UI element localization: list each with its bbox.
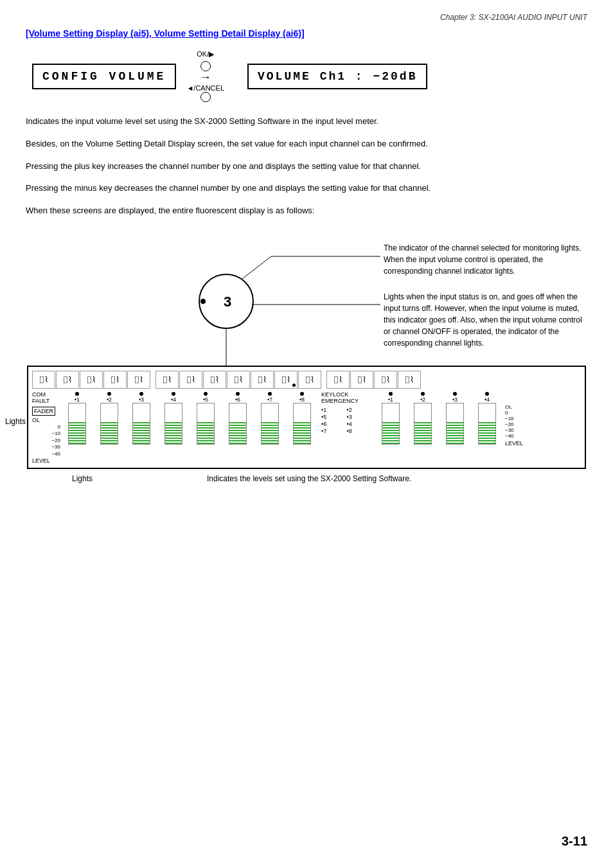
ch2-dot [107,392,111,396]
fault-label: FAULT [32,398,60,404]
channel-3: •3 [126,391,157,445]
ch-icon-10: ⌷⌇ [251,371,274,389]
top-icons-row: ⌷⌇ ⌷⌇ ⌷⌇ ⌷⌇ ⌷⌇ ⌷⌇ ⌷⌇ ⌷⌇ [32,371,581,389]
nav-circle-bottom [200,92,211,102]
ch-icon-13: ⌷⌇ [326,371,350,389]
rch2-label: •2 [420,396,425,403]
lights-side-label: Lights [5,417,26,426]
ch5-label: •5 [203,396,208,403]
level-left-label: LEVEL [32,457,60,464]
ch7-fader [261,403,279,445]
kl-ch7: •7 [321,428,346,434]
ch4-dot [172,392,175,396]
left-channels: •1 •2 •3 [62,391,317,445]
r-channel-1: •1 [375,391,406,445]
middle-section: COM FAULT FADER OL 0−10−20−30−40 LEVEL •… [32,391,581,464]
desc-line-1: Indicates the input volume level set usi… [26,115,587,128]
ch-icon-4: ⌷⌇ [103,371,127,389]
ch-icon-16: ⌷⌇ [398,371,421,389]
lcd-left: CONFIG VOLUME [32,64,176,89]
ch-icon-2: ⌷⌇ [56,371,79,389]
ch-icon-1: ⌷⌇ [32,371,55,389]
channel-8: •8 [287,391,317,445]
ol-right: OL [505,404,523,410]
when-text: When these screens are displayed, the en… [26,204,587,218]
ch2-fader [100,403,118,445]
right-channels: •1 •2 •3 [375,391,502,445]
emergency-label: EMERGENCY [321,398,371,404]
ok-label: OK/▶ [197,50,214,58]
ch4-fader [164,403,182,445]
chapter-header: Chapter 3: SX-2100AI AUDIO INPUT UNIT [26,13,587,22]
desc-line-4: Pressing the minus key decreases the cha… [26,182,587,195]
nav-circle-top [200,61,211,71]
ch6-dot [236,392,240,396]
channel-1: •1 [62,391,93,445]
fader-label-row: FADER [32,407,60,416]
rch2-fader [414,403,432,445]
kl-ch8: •8 [347,428,372,434]
rch4-dot [485,392,489,396]
r-channel-3: •3 [440,391,470,445]
ch-icon-8: ⌷⌇ [203,371,226,389]
left-labels: COM FAULT FADER OL 0−10−20−30−40 LEVEL [32,391,60,464]
scale-left: 0−10−20−30−40 [32,424,60,457]
kl-ch3: •3 [347,414,372,420]
cancel-label: ◄/CANCEL [186,84,224,92]
page-number: 3-11 [562,834,587,849]
ch7-dot [268,392,272,396]
rch4-fader [478,403,496,445]
ch3-dot [139,392,143,396]
ch2-label: •2 [107,396,112,403]
channel-2: •2 [94,391,125,445]
ch8-label: •8 [299,396,305,403]
ch-icon-6: ⌷⌇ [155,371,179,389]
channel-6: •6 [222,391,253,445]
annotation-2: Lights when the input status is on, and … [384,291,583,349]
kl-ch2: •2 [347,407,372,413]
ch8-fader [293,403,311,445]
rch2-dot [421,392,425,396]
ch-icon-11: ⌷⌇ [274,371,298,389]
rch1-fader [382,403,400,445]
lcd-right: VOLUME Ch1 : −20dB [247,64,427,89]
rch3-fader [446,403,464,445]
ch6-label: •6 [235,396,240,403]
lights-bottom-label: Lights [72,474,207,483]
ch5-fader [197,403,215,445]
ch5-dot [204,392,208,396]
ch8-dot [300,392,304,396]
kl-ch5: •5 [321,414,346,420]
kl-ch4: •4 [347,421,372,427]
ch7-label: •7 [267,396,272,403]
ch-icon-12: ⌷⌇ [298,371,321,389]
channel-7: •7 [254,391,285,445]
ch-icon-7: ⌷⌇ [179,371,202,389]
ch-icon-5: ⌷⌇ [127,371,150,389]
fader-label: FADER [32,407,55,416]
ch-icon-15: ⌷⌇ [374,371,397,389]
keylock-grid: •1 •2 •5 •3 •6 •4 •7 •8 [321,407,371,434]
ch-icon-9: ⌷⌇ [227,371,250,389]
ch1-label: •1 [75,396,80,403]
annotation-1: The indicator of the channel selected fo… [384,242,583,277]
ch3-label: •3 [139,396,144,403]
bottom-labels-row: Lights Indicates the levels set using th… [72,474,586,483]
ol-left-label: OL [32,417,60,423]
display-row: CONFIG VOLUME OK/▶ → ◄/CANCEL VOLUME Ch1… [32,50,587,102]
keylock-block: KEYLOCK EMERGENCY •1 •2 •5 •3 •6 •4 •7 •… [317,391,375,434]
desc-line-2: Besides, on the Volume Setting Detail Di… [26,137,587,151]
ch1-dot [75,392,79,396]
r-channel-2: •2 [407,391,438,445]
right-labels: OL 0 −10 −20 −30 −40 LEVEL [502,391,523,447]
rch1-label: •1 [388,396,393,403]
channel-4: •4 [158,391,189,445]
page-title: [Volume Setting Display (ai5), Volume Se… [26,28,587,39]
kl-ch1: •1 [321,407,346,413]
ch-icon-3: ⌷⌇ [80,371,103,389]
level-right: LEVEL [505,440,523,447]
ch-icon-14: ⌷⌇ [350,371,373,389]
rch3-label: •3 [452,396,458,403]
rch3-dot [453,392,457,396]
indicates-bottom-label: Indicates the levels set using the SX-20… [207,474,411,483]
